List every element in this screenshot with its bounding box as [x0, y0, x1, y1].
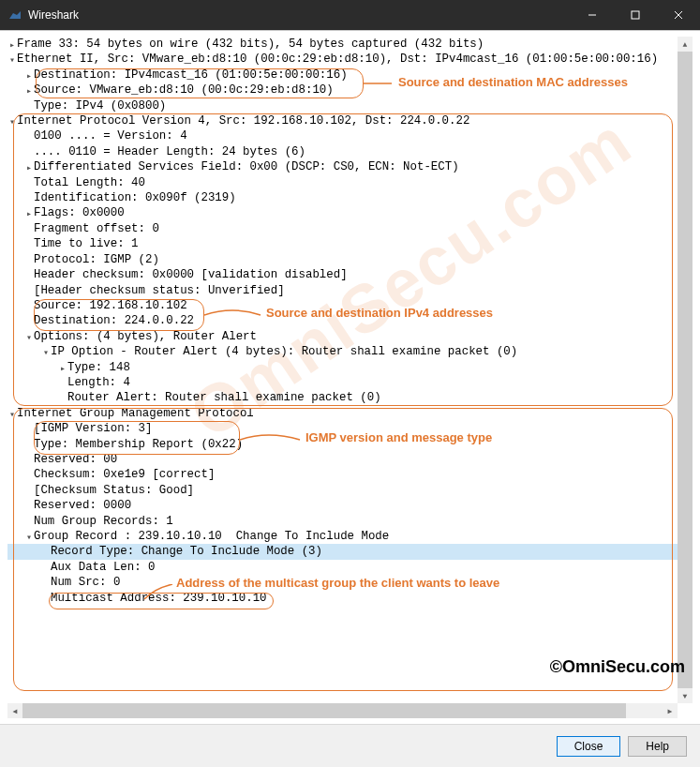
packet-details-tree[interactable]: ▸Frame 33: 54 bytes on wire (432 bits), … [7, 37, 678, 703]
tree-item[interactable]: Protocol: IGMP (2) [7, 252, 678, 267]
tree-item-text: Total Length: 40 [34, 175, 145, 190]
expand-arrow-open-icon[interactable]: ▾ [41, 346, 51, 361]
tree-item-text: Options: (4 bytes), Router Alert [34, 329, 257, 344]
tree-item-text: Differentiated Services Field: 0x00 (DSC… [34, 159, 459, 174]
expand-arrow-open-icon[interactable]: ▾ [7, 53, 17, 68]
tree-item[interactable]: [Header checksum status: Unverified] [7, 283, 678, 298]
scroll-up-button[interactable]: ▲ [678, 37, 693, 52]
tree-item[interactable]: Num Group Records: 1 [7, 514, 678, 529]
tree-item-text: Identification: 0x090f (2319) [34, 190, 236, 205]
tree-item-text: [Header checksum status: Unverified] [34, 283, 285, 298]
tree-item[interactable]: Length: 4 [7, 375, 678, 390]
tree-item[interactable]: Fragment offset: 0 [7, 221, 678, 236]
horizontal-scroll-thumb[interactable] [22, 703, 626, 718]
window-title: Wireshark [28, 8, 79, 22]
tree-item[interactable]: Type: IPv4 (0x0800) [7, 98, 678, 113]
expand-arrow-closed-icon[interactable]: ▸ [58, 362, 67, 377]
tree-item-text: Header checksum: 0x0000 [validation disa… [34, 267, 348, 282]
tree-item[interactable]: [IGMP Version: 3] [7, 421, 678, 436]
tree-item[interactable]: Total Length: 40 [7, 175, 678, 190]
tree-item[interactable]: Type: Membership Report (0x22) [7, 437, 678, 452]
tree-item-text: Type: Membership Report (0x22) [34, 437, 243, 452]
svg-rect-1 [632, 11, 639, 19]
tree-item-text: 0100 .... = Version: 4 [34, 128, 187, 143]
tree-item-text: Type: 148 [67, 360, 130, 375]
tree-item-text: Destination: IPv4mcast_16 (01:00:5e:00:0… [34, 68, 348, 83]
tree-item-text: Reserved: 00 [34, 452, 117, 467]
tree-item[interactable]: Reserved: 00 [7, 452, 678, 467]
scroll-right-button[interactable]: ▶ [663, 703, 678, 718]
tree-item[interactable]: [Checksum Status: Good] [7, 483, 678, 498]
tree-item[interactable]: Num Src: 0 [7, 575, 678, 590]
tree-item-text: [IGMP Version: 3] [34, 421, 152, 436]
tree-item-text: Source: VMware_eb:d8:10 (00:0c:29:eb:d8:… [34, 83, 334, 98]
vertical-scrollbar[interactable]: ▲ ▼ [678, 37, 693, 703]
minimize-button[interactable] [571, 0, 614, 30]
tree-item-text: Type: IPv4 (0x0800) [34, 98, 166, 113]
tree-item-text: Record Type: Change To Include Mode (3) [51, 544, 322, 559]
tree-item[interactable]: ▾Internet Group Management Protocol [7, 406, 678, 421]
tree-item[interactable]: ▸Type: 148 [7, 360, 678, 375]
tree-item[interactable]: Header checksum: 0x0000 [validation disa… [7, 267, 678, 282]
tree-item-text: Destination: 224.0.0.22 [34, 313, 194, 328]
tree-item-text: Fragment offset: 0 [34, 221, 159, 236]
tree-item[interactable]: ▸Flags: 0x0000 [7, 205, 678, 220]
tree-item[interactable]: ▾Group Record : 239.10.10.10 Change To I… [7, 529, 678, 544]
tree-item[interactable]: ▾Options: (4 bytes), Router Alert [7, 329, 678, 344]
maximize-button[interactable] [614, 0, 657, 30]
tree-item[interactable]: Time to live: 1 [7, 236, 678, 251]
tree-item[interactable]: Reserved: 0000 [7, 498, 678, 513]
tree-item[interactable]: 0100 .... = Version: 4 [7, 128, 678, 143]
tree-item[interactable]: Checksum: 0xe1e9 [correct] [7, 467, 678, 482]
tree-item-text: Time to live: 1 [34, 236, 139, 251]
vertical-scroll-thumb[interactable] [678, 52, 693, 688]
expand-arrow-closed-icon[interactable]: ▸ [24, 207, 34, 222]
tree-item[interactable]: Aux Data Len: 0 [7, 560, 678, 575]
tree-item[interactable]: Router Alert: Router shall examine packe… [7, 390, 678, 405]
tree-item-text: [Checksum Status: Good] [34, 483, 194, 498]
expand-arrow-closed-icon[interactable]: ▸ [24, 84, 34, 99]
tree-item[interactable]: Multicast Address: 239.10.10.10 [7, 591, 678, 606]
tree-item-text: Frame 33: 54 bytes on wire (432 bits), 5… [17, 37, 484, 52]
tree-item[interactable]: ▾Internet Protocol Version 4, Src: 192.1… [7, 113, 678, 128]
scroll-left-button[interactable]: ◀ [7, 703, 22, 718]
app-icon [7, 8, 22, 23]
scroll-down-button[interactable]: ▼ [678, 688, 693, 703]
close-window-button[interactable] [657, 0, 700, 30]
tree-item-text: Reserved: 0000 [34, 498, 131, 513]
expand-arrow-open-icon[interactable]: ▾ [7, 115, 17, 130]
expand-arrow-closed-icon[interactable]: ▸ [24, 161, 34, 176]
tree-item-text: Flags: 0x0000 [34, 205, 125, 220]
tree-item-text: IP Option - Router Alert (4 bytes): Rout… [51, 344, 517, 359]
tree-item[interactable]: ▾IP Option - Router Alert (4 bytes): Rou… [7, 344, 678, 359]
tree-item[interactable]: Record Type: Change To Include Mode (3) [7, 544, 678, 559]
tree-item-text: Num Src: 0 [51, 575, 120, 590]
expand-arrow-open-icon[interactable]: ▾ [24, 331, 34, 346]
tree-item[interactable]: Destination: 224.0.0.22 [7, 313, 678, 328]
tree-item-text: Ethernet II, Src: VMware_eb:d8:10 (00:0c… [17, 52, 658, 67]
tree-item[interactable]: ▸Source: VMware_eb:d8:10 (00:0c:29:eb:d8… [7, 83, 678, 98]
expand-arrow-closed-icon[interactable]: ▸ [7, 38, 17, 53]
footer-bar: Close Help [0, 724, 700, 767]
tree-item-text: Internet Group Management Protocol [17, 406, 254, 421]
tree-item-text: Num Group Records: 1 [34, 514, 173, 529]
tree-item-text: .... 0110 = Header Length: 24 bytes (6) [34, 144, 305, 159]
tree-item[interactable]: Identification: 0x090f (2319) [7, 190, 678, 205]
help-button[interactable]: Help [628, 736, 687, 757]
tree-item[interactable]: ▾Ethernet II, Src: VMware_eb:d8:10 (00:0… [7, 52, 678, 67]
tree-item-text: Length: 4 [67, 375, 130, 390]
title-bar: Wireshark [0, 0, 700, 30]
expand-arrow-open-icon[interactable]: ▾ [24, 531, 34, 546]
tree-item[interactable]: ▸Frame 33: 54 bytes on wire (432 bits), … [7, 37, 678, 52]
horizontal-scrollbar[interactable]: ◀ ▶ [7, 703, 678, 718]
expand-arrow-open-icon[interactable]: ▾ [7, 408, 17, 423]
close-button[interactable]: Close [557, 736, 621, 757]
tree-item-text: Source: 192.168.10.102 [34, 298, 187, 313]
tree-item-text: Protocol: IGMP (2) [34, 252, 159, 267]
tree-item[interactable]: .... 0110 = Header Length: 24 bytes (6) [7, 144, 678, 159]
expand-arrow-closed-icon[interactable]: ▸ [24, 69, 34, 84]
tree-item[interactable]: ▸Destination: IPv4mcast_16 (01:00:5e:00:… [7, 68, 678, 83]
tree-item-text: Aux Data Len: 0 [51, 560, 156, 575]
tree-item[interactable]: Source: 192.168.10.102 [7, 298, 678, 313]
tree-item[interactable]: ▸Differentiated Services Field: 0x00 (DS… [7, 159, 678, 174]
